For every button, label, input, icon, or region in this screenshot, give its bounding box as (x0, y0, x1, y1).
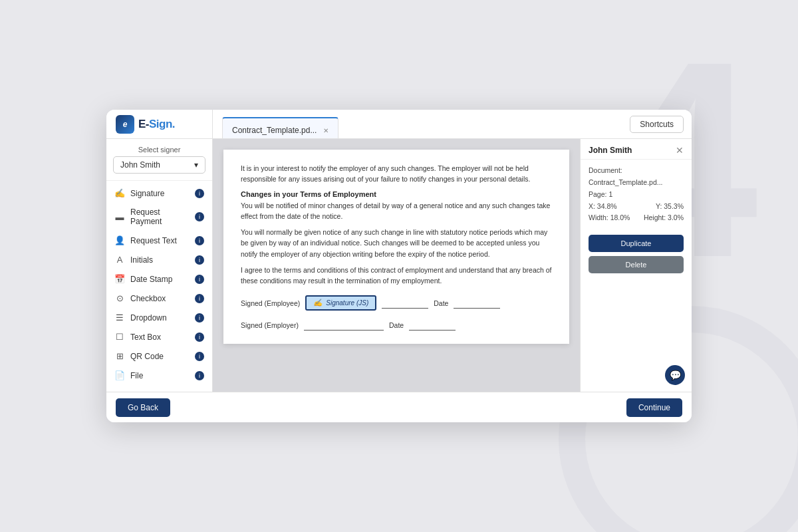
sidebar-label-signature: Signature (130, 189, 190, 198)
panel-height-label: Height: 3.0% (644, 212, 684, 224)
sidebar-item-date-stamp[interactable]: 📅 Date Stamp i (106, 269, 212, 289)
date-stamp-icon: 📅 (114, 274, 125, 284)
panel-y-label: Y: 35.3% (656, 201, 684, 213)
dropdown-icon: ☰ (114, 313, 125, 323)
sidebar-divider (106, 180, 212, 181)
sidebar: Select signer John Smith ▾ ✍ Signature i… (106, 139, 213, 392)
panel-header: John Smith ✕ (581, 139, 692, 160)
doc-para2: You will be notified of minor changes of… (241, 200, 552, 222)
panel-page-row: Page: 1 (589, 189, 684, 201)
document-page: It is in your interest to notify the emp… (223, 150, 569, 344)
sidebar-item-text-box[interactable]: ☐ Text Box i (106, 327, 212, 346)
select-signer-label: Select signer (106, 139, 212, 156)
panel-document-row: Document: Contract_Template.pd... (589, 165, 684, 189)
doc-para4: I agree to the terms and conditions of t… (241, 265, 552, 287)
doc-para1: It is in your interest to notify the emp… (241, 163, 552, 185)
info-icon-signature: i (195, 189, 204, 198)
app-header: e E-Sign. Contract_Template.pd... ✕ Shor… (106, 110, 692, 139)
duplicate-button[interactable]: Duplicate (589, 235, 684, 252)
panel-x-label: X: 34.8% (589, 201, 617, 213)
logo-icon: e (116, 115, 134, 134)
shortcuts-button[interactable]: Shortcuts (630, 116, 684, 133)
signed-employer-row: Signed (Employer) Date (241, 320, 552, 331)
chevron-down-icon: ▾ (194, 160, 198, 170)
panel-page-label: Page: (589, 190, 606, 198)
tab-area: Contract_Template.pd... ✕ (213, 110, 630, 138)
doc-para3: You will normally be given notice of any… (241, 227, 552, 259)
checkbox-icon: ⊙ (114, 293, 125, 303)
panel-info: Document: Contract_Template.pd... Page: … (581, 160, 692, 229)
panel-page-value: 1 (608, 190, 612, 198)
date-line-employee (382, 298, 428, 309)
sidebar-label-date-stamp: Date Stamp (130, 275, 190, 284)
logo-text: E-Sign. (138, 118, 175, 131)
info-icon-request-text: i (195, 236, 204, 245)
sidebar-item-checkbox[interactable]: ⊙ Checkbox i (106, 289, 212, 308)
document-tab[interactable]: Contract_Template.pd... ✕ (222, 117, 338, 138)
info-icon-request-payment: i (195, 212, 204, 221)
sidebar-label-initials: Initials (130, 255, 190, 265)
signed-employee-label: Signed (Employee) (241, 299, 300, 307)
tab-filename: Contract_Template.pd... (232, 126, 317, 135)
chat-button[interactable]: 💬 (665, 365, 685, 385)
date-value-employer (409, 320, 456, 331)
signer-name: John Smith (120, 160, 160, 170)
panel-document-label: Document: (589, 166, 622, 174)
sidebar-label-text-box: Text Box (130, 332, 190, 342)
signature-pen-icon: ✍ (313, 299, 323, 307)
app-body: Select signer John Smith ▾ ✍ Signature i… (106, 139, 692, 392)
continue-button[interactable]: Continue (626, 398, 682, 417)
panel-close-button[interactable]: ✕ (676, 146, 684, 155)
date-label2: Date (389, 321, 404, 329)
info-icon-initials: i (195, 255, 204, 265)
panel-document-value: Contract_Template.pd... (589, 178, 662, 186)
go-back-button[interactable]: Go Back (116, 398, 170, 417)
sidebar-item-qr-code[interactable]: ⊞ QR Code i (106, 346, 212, 366)
qr-code-icon: ⊞ (114, 351, 125, 361)
logo-area: e E-Sign. (106, 110, 213, 138)
sidebar-label-file: File (130, 371, 190, 380)
sidebar-item-request-text[interactable]: 👤 Request Text i (106, 231, 212, 250)
sidebar-item-initials[interactable]: A Initials i (106, 250, 212, 269)
signature-field[interactable]: ✍ Signature (JS) (305, 295, 376, 311)
request-text-icon: 👤 (114, 235, 125, 245)
tab-close-icon[interactable]: ✕ (323, 127, 329, 134)
document-area: It is in your interest to notify the emp… (213, 139, 580, 392)
signer-dropdown[interactable]: John Smith ▾ (113, 156, 205, 174)
signed-employee-row: Signed (Employee) ✍ Signature (JS) Date (241, 295, 552, 311)
sidebar-item-request-payment[interactable]: ▬ Request Payment i (106, 203, 212, 231)
payment-icon: ▬ (114, 212, 125, 222)
info-icon-date-stamp: i (195, 275, 204, 284)
sidebar-item-dropdown[interactable]: ☰ Dropdown i (106, 308, 212, 327)
info-icon-dropdown: i (195, 313, 204, 323)
panel-xy-row: X: 34.8% Y: 35.3% (589, 201, 684, 213)
delete-button[interactable]: Delete (589, 256, 684, 273)
employer-signature-line (304, 320, 384, 331)
sidebar-label-request-payment: Request Payment (130, 207, 190, 226)
info-icon-qr-code: i (195, 352, 204, 361)
panel-width-label: Width: 18.0% (589, 212, 630, 224)
panel-wh-row: Width: 18.0% Height: 3.0% (589, 212, 684, 224)
text-box-icon: ☐ (114, 332, 125, 342)
signed-employer-label: Signed (Employer) (241, 321, 299, 329)
app-footer: Go Back Continue (106, 392, 692, 422)
date-value-employee (454, 298, 500, 309)
panel-signer-name: John Smith (589, 146, 632, 155)
signature-icon: ✍ (114, 188, 125, 198)
app-window: e E-Sign. Contract_Template.pd... ✕ Shor… (106, 110, 692, 422)
sidebar-label-qr-code: QR Code (130, 352, 190, 361)
sidebar-item-file[interactable]: 📄 File i (106, 366, 212, 385)
sidebar-item-signature[interactable]: ✍ Signature i (106, 184, 212, 203)
sidebar-label-dropdown: Dropdown (130, 313, 190, 323)
info-icon-file: i (195, 371, 204, 380)
panel-buttons: Duplicate Delete (581, 229, 692, 279)
sidebar-label-request-text: Request Text (130, 236, 190, 245)
right-panel: John Smith ✕ Document: Contract_Template… (580, 139, 692, 392)
date-label1: Date (434, 299, 448, 307)
info-icon-checkbox: i (195, 294, 204, 303)
info-icon-text-box: i (195, 332, 204, 342)
initials-icon: A (114, 255, 125, 265)
signature-field-label: Signature (JS) (326, 299, 368, 307)
doc-heading1: Changes in your Terms of Employment (241, 190, 552, 198)
sidebar-label-checkbox: Checkbox (130, 294, 190, 303)
